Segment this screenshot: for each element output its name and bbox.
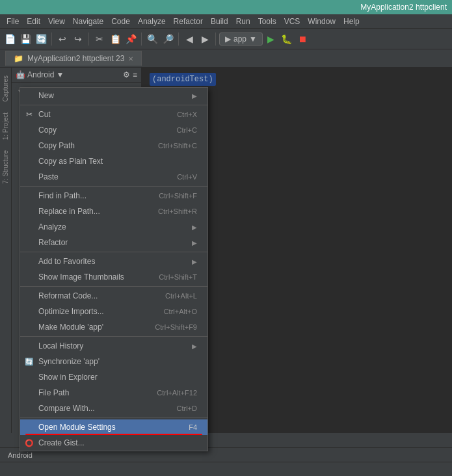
status-bar (0, 462, 452, 476)
ctx-favorites-label: Add to Favorites (38, 257, 95, 266)
ctx-find-path-shortcut: Ctrl+Shift+F (159, 192, 197, 200)
ctx-paste-shortcut: Ctrl+V (177, 173, 197, 181)
title-text: MyApplication2 httpclient (360, 3, 447, 12)
ctx-favorites[interactable]: Add to Favorites ▶ (20, 254, 207, 269)
toolbar-stop-btn[interactable]: ⏹ (295, 32, 310, 46)
ctx-copy-path-shortcut: Ctrl+Shift+C (158, 142, 197, 150)
ctx-refactor-label: Refactor (38, 238, 68, 247)
ctx-show-explorer[interactable]: Show in Explorer (20, 369, 207, 385)
menu-view[interactable]: View (44, 16, 69, 27)
toolbar-sep1 (51, 33, 52, 46)
toolbar-redo-btn[interactable]: ↪ (71, 32, 85, 46)
ctx-file-path[interactable]: File Path Ctrl+Alt+F12 (20, 385, 207, 401)
ctx-copy-plain-label: Copy as Plain Text (38, 157, 103, 166)
toolbar-copy-btn[interactable]: 📋 (108, 32, 122, 46)
context-menu: New ▶ ✂ Cut Ctrl+X Copy Ctrl+C Copy Path… (20, 87, 208, 451)
ctx-reformat-shortcut: Ctrl+Alt+L (165, 292, 197, 300)
menu-window[interactable]: Window (304, 16, 339, 27)
ctx-synchronize[interactable]: 🔄 Synchronize 'app' (20, 354, 207, 369)
ctx-new-arrow: ▶ (192, 92, 197, 99)
menu-build[interactable]: Build (207, 16, 232, 27)
ctx-refactor-arrow: ▶ (192, 239, 197, 246)
menu-run[interactable]: Run (232, 16, 254, 27)
toolbar-nav-fwd-btn[interactable]: ▶ (198, 32, 212, 46)
ctx-replace-path-label: Replace in Path... (38, 207, 100, 216)
ctx-copy[interactable]: Copy Ctrl+C (20, 122, 207, 138)
toolbar-save-btn[interactable]: 💾 (18, 32, 33, 46)
tab-bar: 📁 MyApplication2 httpclient 23 ✕ (0, 49, 452, 68)
ctx-cut[interactable]: ✂ Cut Ctrl+X (20, 107, 207, 122)
ctx-open-module[interactable]: Open Module Settings F4 (20, 419, 207, 435)
ctx-sep6 (20, 417, 207, 418)
toolbar-sep3 (141, 33, 142, 46)
ctx-refactor[interactable]: Refactor ▶ (20, 235, 207, 250)
ctx-file-path-shortcut: Ctrl+Alt+F12 (157, 389, 197, 397)
menu-tools[interactable]: Tools (254, 16, 280, 27)
android-dropdown[interactable]: 🤖 Android ▼ (16, 70, 64, 79)
ctx-optimize[interactable]: Optimize Imports... Ctrl+Alt+O (20, 304, 207, 319)
ctx-copy-path[interactable]: Copy Path Ctrl+Shift+C (20, 138, 207, 153)
ctx-create-gist[interactable]: ⭕ Create Gist... (20, 435, 207, 451)
toolbar-debug-btn[interactable]: 🐛 (280, 32, 294, 46)
gist-icon: ⭕ (24, 438, 34, 448)
ctx-paste[interactable]: Paste Ctrl+V (20, 169, 207, 185)
ctx-image-thumbnails[interactable]: Show Image Thumbnails Ctrl+Shift+T (20, 269, 207, 285)
ctx-reformat[interactable]: Reformat Code... Ctrl+Alt+L (20, 288, 207, 304)
ctx-find-path-label: Find in Path... (38, 191, 86, 200)
ctx-file-path-label: File Path (38, 388, 69, 397)
menu-edit[interactable]: Edit (23, 16, 44, 27)
app-dropdown-icon: ▼ (249, 34, 257, 44)
ctx-new-label: New (38, 91, 54, 100)
menu-bar: File Edit View Navigate Code Analyze Ref… (0, 14, 452, 29)
ctx-make-module-shortcut: Ctrl+Shift+F9 (155, 323, 197, 331)
ctx-analyze[interactable]: Analyze ▶ (20, 219, 207, 235)
ctx-optimize-label: Optimize Imports... (38, 307, 104, 316)
android-test-text: (androidTest) (150, 73, 216, 86)
menu-refactor[interactable]: Refactor (170, 16, 207, 27)
project-collapse-icon[interactable]: ≡ (133, 70, 137, 79)
menu-navigate[interactable]: Navigate (69, 16, 107, 27)
menu-file[interactable]: File (3, 16, 23, 27)
ctx-replace-path-shortcut: Ctrl+Shift+R (158, 207, 197, 215)
ctx-new[interactable]: New ▶ (20, 88, 207, 103)
ctx-make-module[interactable]: Make Module 'app' Ctrl+Shift+F9 (20, 319, 207, 335)
toolbar-sync-btn[interactable]: 🔄 (34, 32, 48, 46)
ctx-compare-label: Compare With... (38, 404, 95, 413)
menu-help[interactable]: Help (339, 16, 364, 27)
toolbar: 📄 💾 🔄 ↩ ↪ ✂ 📋 📌 🔍 🔎 ◀ ▶ ▶ app ▼ ▶ 🐛 ⏹ (0, 29, 452, 49)
menu-analyze[interactable]: Analyze (134, 16, 170, 27)
ctx-local-history-label: Local History (38, 341, 83, 350)
main-tab[interactable]: 📁 MyApplication2 httpclient 23 ✕ (5, 51, 142, 66)
ctx-copy-plain[interactable]: Copy as Plain Text (20, 153, 207, 169)
tab-label: MyApplication2 httpclient 23 (27, 54, 124, 63)
ctx-compare[interactable]: Compare With... Ctrl+D (20, 401, 207, 416)
structure-label[interactable]: 7: Structure (1, 148, 10, 187)
toolbar-sep4 (178, 33, 179, 46)
tab-close-icon[interactable]: ✕ (128, 55, 133, 62)
dropdown-arrow: ▼ (56, 70, 64, 79)
toolbar-search-btn[interactable]: 🔍 (145, 32, 159, 46)
project-label[interactable]: 1: Project (1, 110, 10, 142)
toolbar-replace-btn[interactable]: 🔎 (161, 32, 175, 46)
menu-code[interactable]: Code (107, 16, 134, 27)
toolbar-undo-btn[interactable]: ↩ (55, 32, 70, 46)
ctx-image-thumbnails-shortcut: Ctrl+Shift+T (159, 273, 197, 281)
toolbar-run-btn[interactable]: ▶ (264, 32, 278, 46)
toolbar-sep2 (88, 33, 89, 46)
toolbar-paste-btn[interactable]: 📌 (124, 32, 138, 46)
ctx-local-history[interactable]: Local History ▶ (20, 338, 207, 354)
toolbar-sep5 (215, 33, 216, 46)
android-bottom-tab[interactable]: Android (3, 451, 38, 460)
menu-vcs[interactable]: VCS (280, 16, 304, 27)
toolbar-nav-back-btn[interactable]: ◀ (182, 32, 196, 46)
ctx-cut-label: Cut (38, 110, 51, 119)
captures-label[interactable]: Captures (1, 73, 10, 105)
ctx-sep4 (20, 286, 207, 287)
project-settings-icon[interactable]: ⚙ (123, 70, 130, 79)
ctx-sep3 (20, 252, 207, 252)
toolbar-new-btn[interactable]: 📄 (3, 32, 17, 46)
ctx-find-path[interactable]: Find in Path... Ctrl+Shift+F (20, 188, 207, 204)
ctx-replace-path[interactable]: Replace in Path... Ctrl+Shift+R (20, 204, 207, 219)
toolbar-app-selector[interactable]: ▶ app ▼ (219, 33, 263, 46)
toolbar-cut-btn[interactable]: ✂ (92, 32, 107, 46)
